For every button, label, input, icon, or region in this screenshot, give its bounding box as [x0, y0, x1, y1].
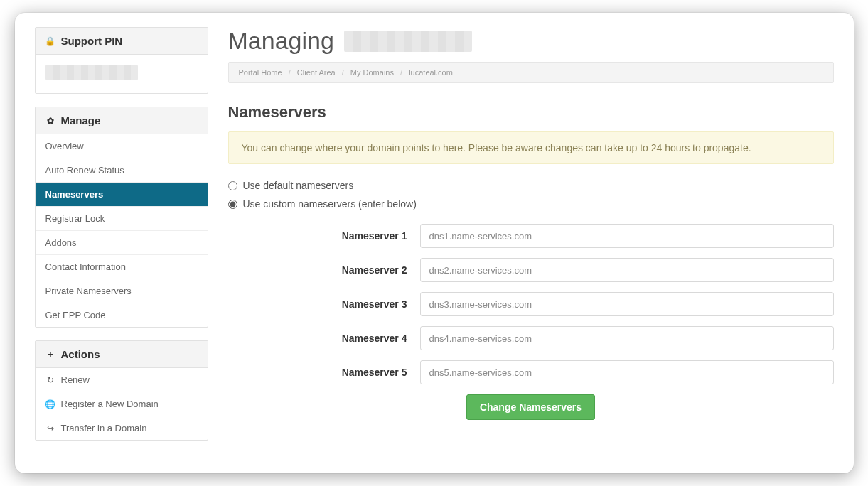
nameserver-form: Nameserver 1 Nameserver 2 Nameserver 3 N…	[228, 224, 834, 420]
ns-input-3[interactable]	[420, 292, 834, 316]
actions-title: Actions	[61, 348, 100, 360]
manage-panel: ✿ Manage Overview Auto Renew Status Name…	[35, 107, 208, 328]
ns-row-3: Nameserver 3	[228, 292, 834, 316]
actions-header: ＋ Actions	[36, 341, 208, 368]
main-content: Managing Portal Home / Client Area / My …	[228, 27, 834, 453]
breadcrumb-item[interactable]: Client Area	[297, 68, 336, 77]
ns-row-2: Nameserver 2	[228, 258, 834, 282]
support-pin-panel: 🔒 Support PIN	[35, 27, 208, 94]
sidebar: 🔒 Support PIN ✿ Manage Overview Auto Ren…	[35, 27, 208, 453]
plus-icon: ＋	[45, 348, 55, 360]
sidebar-item-registrar-lock[interactable]: Registrar Lock	[36, 207, 208, 231]
action-renew[interactable]: ↻ Renew	[36, 368, 208, 392]
app-window: 🔒 Support PIN ✿ Manage Overview Auto Ren…	[15, 13, 854, 473]
actions-panel: ＋ Actions ↻ Renew 🌐 Register a New Domai…	[35, 340, 208, 441]
ns-input-2[interactable]	[420, 258, 834, 282]
ns-input-4[interactable]	[420, 326, 834, 350]
sidebar-item-overview[interactable]: Overview	[36, 134, 208, 158]
page-title: Managing	[228, 27, 834, 55]
sidebar-item-private-ns[interactable]: Private Nameservers	[36, 279, 208, 303]
action-transfer-domain[interactable]: ↪ Transfer in a Domain	[36, 416, 208, 440]
support-pin-header: 🔒 Support PIN	[36, 28, 208, 55]
manage-title: Manage	[61, 114, 101, 126]
sidebar-item-nameservers[interactable]: Nameservers	[36, 183, 208, 207]
ns-input-1[interactable]	[420, 224, 834, 248]
sidebar-item-auto-renew[interactable]: Auto Renew Status	[36, 158, 208, 183]
refresh-icon: ↻	[45, 375, 55, 385]
ns-row-5: Nameserver 5	[228, 360, 834, 384]
breadcrumb-item: lucateal.com	[409, 68, 453, 77]
sidebar-item-epp-code[interactable]: Get EPP Code	[36, 303, 208, 327]
breadcrumb-item[interactable]: Portal Home	[239, 68, 282, 77]
gear-icon: ✿	[45, 116, 55, 126]
ns-row-4: Nameserver 4	[228, 326, 834, 350]
submit-row: Change Nameservers	[228, 394, 834, 420]
action-register-domain[interactable]: 🌐 Register a New Domain	[36, 392, 208, 416]
breadcrumb-item[interactable]: My Domains	[350, 68, 394, 77]
page-title-prefix: Managing	[228, 27, 334, 55]
section-title: Nameservers	[228, 103, 834, 122]
ns-label-4: Nameserver 4	[228, 333, 420, 344]
breadcrumb: Portal Home / Client Area / My Domains /…	[228, 62, 834, 83]
lock-icon: 🔒	[45, 36, 55, 46]
radio-default-ns-input[interactable]	[228, 181, 237, 190]
sidebar-item-addons[interactable]: Addons	[36, 231, 208, 255]
change-nameservers-button[interactable]: Change Nameservers	[466, 394, 595, 420]
radio-default-ns[interactable]: Use default nameservers	[228, 180, 834, 191]
arrow-share-icon: ↪	[45, 423, 55, 433]
info-alert: You can change where your domain points …	[228, 131, 834, 164]
support-pin-title: Support PIN	[61, 35, 123, 47]
support-pin-body	[36, 55, 208, 93]
ns-label-5: Nameserver 5	[228, 367, 420, 378]
manage-header: ✿ Manage	[36, 107, 208, 134]
ns-label-1: Nameserver 1	[228, 230, 420, 242]
radio-custom-ns[interactable]: Use custom nameservers (enter below)	[228, 198, 834, 210]
ns-label-3: Nameserver 3	[228, 298, 420, 310]
support-pin-value-redacted	[45, 65, 138, 80]
ns-input-5[interactable]	[420, 360, 834, 384]
ns-row-1: Nameserver 1	[228, 224, 834, 248]
radio-custom-ns-input[interactable]	[228, 200, 237, 209]
ns-label-2: Nameserver 2	[228, 264, 420, 276]
page-title-domain-redacted	[344, 31, 472, 52]
globe-icon: 🌐	[45, 399, 55, 409]
sidebar-item-contact-info[interactable]: Contact Information	[36, 255, 208, 279]
